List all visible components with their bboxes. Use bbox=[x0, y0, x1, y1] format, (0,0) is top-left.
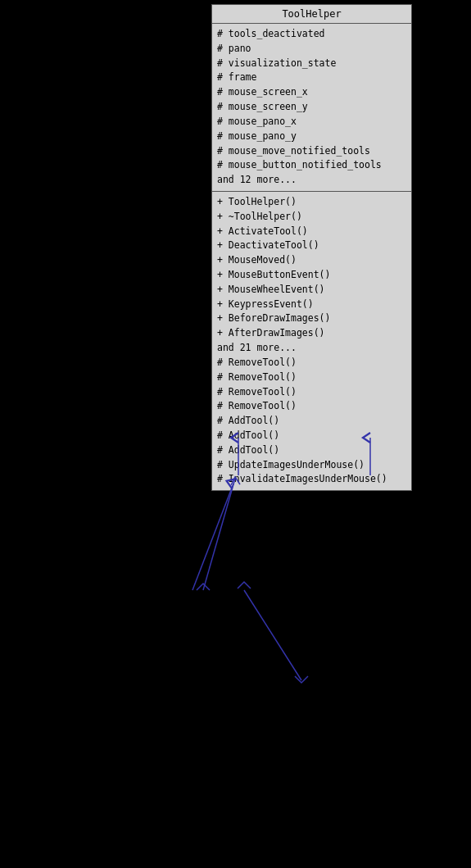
arrow-5-line bbox=[203, 479, 235, 590]
attribute-line: # mouse_screen_y bbox=[217, 100, 406, 115]
attribute-line: # mouse_pano_x bbox=[217, 115, 406, 130]
attribute-line: # mouse_button_notified_tools bbox=[217, 158, 406, 173]
method-line: # RemoveTool() bbox=[217, 370, 406, 385]
method-line: + ~ToolHelper() bbox=[217, 210, 406, 225]
class-box-toolhelper: ToolHelper # tools_deactivated# pano# vi… bbox=[211, 4, 412, 491]
attribute-line: # visualization_state bbox=[217, 57, 406, 71]
method-line: + MouseMoved() bbox=[217, 253, 406, 268]
method-line: # AddTool() bbox=[217, 429, 406, 443]
arrow-4-line bbox=[244, 590, 301, 680]
attribute-line: # frame bbox=[217, 70, 406, 85]
class-title: ToolHelper bbox=[212, 5, 411, 24]
method-line: + KeypressEvent() bbox=[217, 298, 406, 312]
arrow-3-tail-head bbox=[197, 584, 210, 590]
method-line: + AfterDrawImages() bbox=[217, 326, 406, 341]
method-line: # RemoveTool() bbox=[217, 356, 406, 370]
method-line: # RemoveTool() bbox=[217, 399, 406, 414]
method-line: # UpdateImagesUnderMouse() bbox=[217, 458, 406, 473]
attribute-line: # tools_deactivated bbox=[217, 27, 406, 42]
method-line: + ToolHelper() bbox=[217, 195, 406, 210]
method-line: + DeactivateTool() bbox=[217, 239, 406, 253]
arrow-3 bbox=[192, 484, 233, 590]
attribute-line: # pano bbox=[217, 42, 406, 57]
methods-section: + ToolHelper()+ ~ToolHelper()+ ActivateT… bbox=[212, 192, 411, 490]
method-line: + MouseButtonEvent() bbox=[217, 268, 406, 283]
method-line: # AddTool() bbox=[217, 443, 406, 458]
attributes-section: # tools_deactivated# pano# visualization… bbox=[212, 24, 411, 192]
arrow-4-tail-head bbox=[238, 582, 251, 589]
method-line: + BeforeDrawImages() bbox=[217, 311, 406, 326]
method-line: + ActivateTool() bbox=[217, 225, 406, 239]
attribute-line: # mouse_pano_y bbox=[217, 130, 406, 144]
method-line: and 21 more... bbox=[217, 341, 406, 356]
attribute-line: # mouse_move_notified_tools bbox=[217, 144, 406, 159]
method-line: # AddTool() bbox=[217, 414, 406, 429]
method-line: + MouseWheelEvent() bbox=[217, 283, 406, 298]
attribute-line: and 12 more... bbox=[217, 173, 406, 188]
attribute-line: # mouse_screen_x bbox=[217, 85, 406, 100]
method-line: # InvalidateImagesUnderMouse() bbox=[217, 472, 406, 487]
arrow-4-head bbox=[295, 676, 308, 683]
method-line: # RemoveTool() bbox=[217, 385, 406, 400]
diagram-container: ToolHelper # tools_deactivated# pano# vi… bbox=[0, 0, 471, 868]
